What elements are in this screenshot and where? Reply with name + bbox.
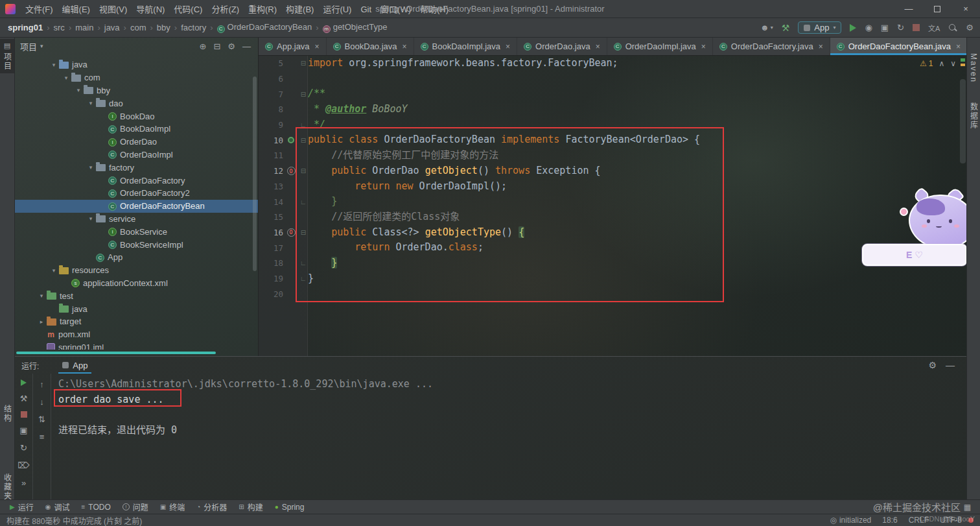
tree-item-bookdao[interactable]: IBookDao — [15, 110, 258, 123]
scroll-up-icon[interactable]: ↑ — [40, 379, 44, 389]
chevron-icon[interactable]: ▾ — [36, 293, 47, 299]
breadcrumb-item-main[interactable]: main — [74, 22, 95, 33]
stop-process-button[interactable] — [21, 411, 27, 418]
toolwindow-button-[interactable]: ◔分析器 — [191, 500, 233, 514]
search-icon[interactable] — [948, 23, 957, 32]
project-panel-title[interactable]: 项目 — [20, 40, 37, 53]
file-encoding[interactable]: UTF-8 — [940, 516, 962, 525]
chevron-icon[interactable]: ▾ — [73, 87, 84, 93]
tree-item-app[interactable]: CApp — [15, 251, 258, 264]
chevron-icon[interactable]: ▾ — [86, 215, 96, 222]
menu-item-v[interactable]: 视图(V) — [95, 3, 132, 16]
tree-item-spring01-iml[interactable]: spring01.iml — [15, 341, 258, 350]
menu-item-c[interactable]: 代码(C) — [169, 3, 207, 16]
menu-item-r[interactable]: 重构(R) — [244, 3, 281, 16]
tree-item-orderdaofactorybean[interactable]: COrderDaoFactoryBean — [15, 200, 258, 213]
implemented-class-gutter-icon[interactable] — [288, 137, 294, 143]
tab-close-icon[interactable]: × — [819, 42, 823, 51]
breadcrumb-item-getobjecttype[interactable]: mgetObjectType — [321, 21, 389, 34]
editor-tab-bookdao-java[interactable]: CBookDao.java× — [327, 38, 414, 55]
code-line-10[interactable]: 10⊟public class OrderDaoFactoryBean impl… — [259, 132, 966, 148]
menu-item-u[interactable]: 运行(U) — [318, 3, 356, 16]
code-line-15[interactable]: 15 //返回所创建类的Class对象 — [259, 209, 966, 225]
toolwindow-button-spring[interactable]: ●Spring — [269, 500, 310, 514]
collapse-all-icon[interactable]: ⊟ — [211, 42, 222, 51]
chevron-icon[interactable]: ▾ — [61, 75, 71, 81]
stop-button[interactable] — [913, 24, 920, 31]
translate-icon[interactable]: 文A — [928, 23, 940, 33]
run-tab-app[interactable]: App — [56, 357, 94, 374]
debug-icon[interactable]: ◉ — [865, 23, 872, 32]
rerun-icon[interactable]: ↻ — [897, 23, 904, 32]
breadcrumb-item-src[interactable]: src — [52, 22, 66, 33]
fold-icon[interactable]: ⊟ — [299, 91, 308, 98]
breadcrumb-item-spring01[interactable]: spring01 — [6, 22, 44, 33]
editor-body[interactable]: 5⊟import org.springframework.beans.facto… — [259, 56, 966, 356]
stripe-button-maven[interactable]: Maven — [967, 51, 980, 86]
toolwindow-button-[interactable]: ▣终端 — [154, 500, 191, 514]
breadcrumb-item-java[interactable]: java — [103, 22, 121, 33]
scroll-to-end-icon[interactable]: ⇅ — [38, 414, 45, 424]
maximize-icon[interactable] — [923, 0, 951, 18]
project-scrollbar-vertical[interactable] — [253, 77, 257, 271]
breadcrumb-item-orderdaofactorybean[interactable]: COrderDaoFactoryBean — [216, 21, 314, 34]
tree-item-com[interactable]: ▾com — [15, 71, 258, 84]
code-line-6[interactable]: 6 — [259, 71, 966, 87]
toolwindow-button-[interactable]: !问题 — [117, 500, 154, 514]
stripe-button-structure[interactable]: 结构 — [0, 402, 14, 425]
stripe-button-database[interactable]: 数据库 — [967, 100, 980, 132]
toolwindow-button-[interactable]: ▶运行 — [4, 500, 40, 514]
code-line-8[interactable]: 8 * @author BoBooY — [259, 102, 966, 117]
user-icon[interactable]: ☻▾ — [760, 23, 773, 32]
build-hammer-icon[interactable]: ⚒ — [782, 23, 790, 33]
menu-item-w[interactable]: 窗口(W) — [376, 3, 415, 16]
menu-item-n[interactable]: 导航(N) — [132, 3, 169, 16]
editor-tab-bookdaoimpl-java[interactable]: CBookDaoImpl.java× — [414, 38, 518, 55]
tree-item-applicationcontext-xml[interactable]: sapplicationContext.xml — [15, 277, 258, 290]
editor-tab-orderdaofactory-java[interactable]: COrderDaoFactory.java× — [713, 38, 830, 55]
menu-item-h[interactable]: 帮助(H) — [415, 3, 453, 16]
tree-item-orderdaoimpl[interactable]: COrderDaoImpl — [15, 149, 258, 161]
code-line-5[interactable]: 5⊟import org.springframework.beans.facto… — [259, 56, 966, 71]
editor-scrollbar[interactable] — [960, 79, 966, 163]
tab-close-icon[interactable]: × — [402, 42, 407, 51]
stripe-button-project[interactable]: ▤ 项目 — [0, 39, 14, 73]
editor-tab-orderdaofactorybean-java[interactable]: COrderDaoFactoryBean.java× — [830, 38, 968, 55]
fold-icon[interactable]: ∟ — [299, 198, 308, 206]
menu-item-git[interactable]: Git — [356, 3, 376, 16]
tab-close-icon[interactable]: × — [315, 42, 320, 51]
menu-item-b[interactable]: 构建(B) — [281, 3, 318, 16]
caret-position[interactable]: 18:6 — [882, 516, 897, 525]
more-actions-icon[interactable]: » — [21, 478, 26, 488]
code-line-16[interactable]: 16O⊟ public Class<?> getObjectType() { — [259, 225, 966, 241]
tree-item-bookdaoimpl[interactable]: CBookDaoImpl — [15, 123, 258, 136]
fold-icon[interactable]: ∟ — [299, 259, 308, 267]
tab-close-icon[interactable]: × — [701, 42, 706, 51]
fold-icon[interactable]: ⊟ — [299, 137, 308, 144]
tree-item-orderdaofactory2[interactable]: COrderDaoFactory2 — [15, 187, 258, 200]
tree-item-service[interactable]: ▾service — [15, 213, 258, 226]
hide-panel-icon[interactable]: — — [240, 42, 253, 51]
next-problem-icon[interactable]: ∨ — [950, 59, 956, 68]
toolwindow-button-[interactable]: ◉调试 — [40, 500, 76, 514]
tree-item-bby[interactable]: ▾bby — [15, 84, 258, 97]
breadcrumb-item-factory[interactable]: factory — [180, 22, 207, 33]
editor-tab-app-java[interactable]: CApp.java× — [259, 38, 327, 55]
run-button[interactable] — [850, 24, 856, 32]
wrench-icon[interactable]: ⚒ — [20, 394, 28, 403]
console-output[interactable]: C:\Users\Administrator\.jdks\corretto-1.… — [54, 374, 960, 499]
breadcrumb-item-com[interactable]: com — [129, 22, 148, 33]
run-config-select[interactable]: App ▾ — [798, 21, 841, 34]
breadcrumb-item-bby[interactable]: bby — [156, 22, 172, 33]
chevron-icon[interactable]: ▾ — [49, 62, 59, 68]
tree-item-factory[interactable]: ▾factory — [15, 161, 258, 174]
chevron-icon[interactable]: ▾ — [49, 267, 59, 274]
code-line-9[interactable]: 9∟ */ — [259, 117, 966, 133]
code-line-14[interactable]: 14∟ } — [259, 194, 966, 209]
editor-tab-orderdaoimpl-java[interactable]: COrderDaoImpl.java× — [607, 38, 713, 55]
chevron-icon[interactable]: ▾ — [86, 164, 96, 171]
editor-tab-orderdao-java[interactable]: COrderDao.java× — [517, 38, 607, 55]
fold-icon[interactable]: ⊟ — [299, 60, 308, 67]
thread-dump-icon[interactable]: ▣ — [19, 425, 27, 435]
code-line-11[interactable]: 11 //代替原始实例工厂中创建对象的方法 — [259, 148, 966, 163]
